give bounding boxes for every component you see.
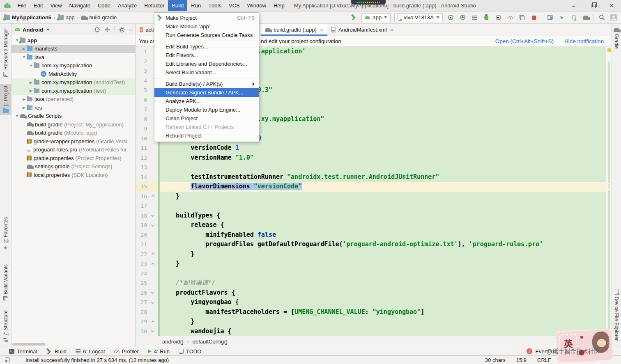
tree-item-settings-gradle[interactable]: settings.gradle(Project Settings) <box>12 163 135 171</box>
fold-down-icon[interactable] <box>151 300 154 304</box>
tree-item-com-xy-myapplication[interactable]: ▶com.xy.myapplication(androidTest) <box>12 78 135 87</box>
fold-down-icon[interactable] <box>151 213 154 217</box>
code-line-28[interactable]: 28 manifestPlaceholders = [UMENG_CHANNEL… <box>136 307 612 317</box>
menu-item-run-generate-sources-gradle-tasks[interactable]: Run Generate Sources Gradle Tasks <box>154 31 259 39</box>
tool-strip-resource-manager[interactable]: Resource Manager <box>0 26 11 78</box>
line-ending[interactable]: CRLF <box>537 357 551 363</box>
menu-item-generate-signed-bundle-apk[interactable]: Generate Signed Bundle / APK... <box>154 88 259 97</box>
tree-collapsed-arrow[interactable]: ▶ <box>22 47 26 51</box>
menu-run[interactable]: Run <box>187 0 205 11</box>
code-line-16[interactable]: 16 } <box>136 192 612 201</box>
warning-marker[interactable] <box>607 48 611 52</box>
menu-item-clean-project[interactable]: Clean Project <box>154 114 259 123</box>
code-line-13[interactable]: 13 <box>136 163 612 172</box>
tool-window-build[interactable]: Build <box>46 348 67 355</box>
profile-avatar[interactable] <box>610 14 618 22</box>
menu-item-edit-flavors[interactable]: Edit Flavors... <box>154 51 259 60</box>
tool-window-4-run[interactable]: 4: Run <box>148 348 170 355</box>
project-view-mode[interactable]: Android <box>23 27 43 33</box>
tool-window-terminal[interactable]: Terminal <box>9 348 37 355</box>
code-line-25[interactable]: 25 /*配置渠道*/ <box>136 278 612 288</box>
code-line-30[interactable]: 30 wandoujia { <box>136 327 612 336</box>
tree-item-mainactivity[interactable]: CMainActivity <box>12 70 135 78</box>
menu-item-analyze-apk[interactable]: Analyze APK... <box>154 97 259 105</box>
code-line-22[interactable]: 22 } <box>136 250 612 259</box>
caret-position[interactable]: 15:9 <box>516 357 527 363</box>
stop-button[interactable] <box>530 14 538 22</box>
fold-up-icon[interactable] <box>151 253 154 256</box>
code-line-19[interactable]: 19 release { <box>136 220 612 230</box>
menu-item-build-bundle-s-apk-s[interactable]: Build Bundle(s) / APK(s) <box>154 80 259 88</box>
breadcrumb-item[interactable]: MyApplication5 <box>4 14 51 21</box>
code-line-17[interactable]: 17 <box>136 201 612 211</box>
run-configuration-select[interactable]: app <box>361 13 391 22</box>
tool-window-profiler[interactable]: Profiler <box>114 348 139 355</box>
close-icon[interactable]: × <box>320 27 323 33</box>
menu-view[interactable]: View <box>46 0 65 11</box>
tree-collapsed-arrow[interactable]: ▶ <box>22 105 26 110</box>
menu-code[interactable]: Code <box>94 0 114 11</box>
menu-file[interactable]: File <box>14 0 30 11</box>
fold-down-icon[interactable] <box>151 223 154 227</box>
tree-item-gradle-wrapper-properties[interactable]: gradle-wrapper.properties(Gradle Versi <box>12 137 135 146</box>
tree-item-manifests[interactable]: ▶manifests <box>12 45 135 53</box>
code-line-12[interactable]: 12 versionName "1.0" <box>136 153 612 163</box>
code-line-23[interactable]: 23 } <box>136 259 612 269</box>
fold-down-icon[interactable] <box>151 329 154 332</box>
menu-tools[interactable]: Tools <box>205 0 225 11</box>
menu-item-deploy-module-to-app-engine[interactable]: Deploy Module to App Engine... <box>154 105 259 114</box>
locate-file-icon[interactable] <box>94 27 100 33</box>
tool-window-todo[interactable]: TODO <box>179 348 201 355</box>
running-devices-button[interactable] <box>558 14 566 22</box>
code-line-29[interactable]: 29 } <box>136 317 612 327</box>
tree-item-build-gradle[interactable]: build.gradle(Project: My_Application) <box>12 120 135 129</box>
horizontal-scrollbar[interactable] <box>12 343 45 346</box>
tree-item-res[interactable]: ▶res <box>12 103 135 112</box>
run-button[interactable] <box>446 14 455 22</box>
menu-item-select-build-variant[interactable]: Select Build Variant... <box>154 68 259 77</box>
menu-item-edit-build-types[interactable]: Edit Build Types... <box>154 42 259 51</box>
tree-item-gradle-scripts[interactable]: ▼Gradle Scripts <box>12 112 135 121</box>
code-line-24[interactable]: 24 <box>136 269 612 279</box>
sync-gradle-button[interactable] <box>582 14 590 22</box>
menu-help[interactable]: Help <box>270 0 288 11</box>
tree-item-build-gradle[interactable]: build.gradle(Module: app) <box>12 129 135 137</box>
build-menu-icon[interactable] <box>470 14 478 22</box>
attach-debugger-button[interactable] <box>518 14 526 22</box>
build-hammer-icon[interactable] <box>350 14 358 22</box>
tool-strip-7-structure[interactable]: 7: Structure <box>0 309 11 344</box>
tree-item-gradle-properties[interactable]: gradle.properties(Project Properties) <box>12 154 135 163</box>
hide-panel-icon[interactable]: − <box>129 26 133 33</box>
code-line-15[interactable]: 15 flavorDimensions "versionCode" <box>136 182 612 192</box>
code-line-14[interactable]: 14 testInstrumentationRunner "androidx.t… <box>136 172 612 182</box>
search-everywhere-button[interactable] <box>598 14 606 22</box>
restore-button[interactable] <box>583 0 602 11</box>
apply-changes-button[interactable] <box>458 14 467 22</box>
code-line-18[interactable]: 18 buildTypes { <box>136 211 612 221</box>
collapse-all-icon[interactable] <box>104 27 110 32</box>
fold-down-icon[interactable] <box>151 291 154 294</box>
code-line-11[interactable]: 11 versionCode 1 <box>136 143 612 153</box>
tool-window-6-logcat[interactable]: 6: Logcat <box>76 348 105 355</box>
menu-item-rebuild-project[interactable]: Rebuild Project <box>154 131 259 140</box>
editor-breadcrumb-item[interactable]: android{} <box>162 339 184 345</box>
tool-strip-build-variants[interactable]: Build Variants <box>0 263 11 303</box>
tree-expanded-arrow[interactable]: ▼ <box>29 64 33 68</box>
editor-breadcrumb-item[interactable]: defaultConfig{} <box>193 339 228 345</box>
tab-build-gradle-app-[interactable]: build.gradle (:app)× <box>261 24 327 36</box>
tab-androidmanifest-xml[interactable]: MFAndroidManifest.xml× <box>327 24 398 36</box>
code-line-20[interactable]: 20 minifyEnabled false <box>136 230 612 240</box>
tool-strip-device-file-explorer[interactable]: Device File Explorer <box>612 287 621 342</box>
device-manager-button[interactable] <box>546 14 554 22</box>
tree-item-java[interactable]: ▶java(generated) <box>12 95 135 104</box>
menu-navigate[interactable]: Navigate <box>66 0 94 11</box>
gear-icon[interactable] <box>119 27 125 33</box>
tool-window-switcher-icon[interactable] <box>5 357 10 362</box>
menu-item-edit-libraries-and-dependencies[interactable]: Edit Libraries and Dependencies... <box>154 60 259 68</box>
code-line-21[interactable]: 21 proguardFiles getDefaultProguardFile(… <box>136 240 612 250</box>
tree-collapsed-arrow[interactable]: ▶ <box>29 89 33 93</box>
tree-collapsed-arrow[interactable]: ▶ <box>29 80 33 85</box>
menu-item-make-project[interactable]: Make ProjectCtrl+F9 <box>154 14 259 22</box>
tree-item-java[interactable]: ▼java <box>12 53 135 62</box>
tool-strip-1-project[interactable]: 1: Project <box>0 84 11 115</box>
